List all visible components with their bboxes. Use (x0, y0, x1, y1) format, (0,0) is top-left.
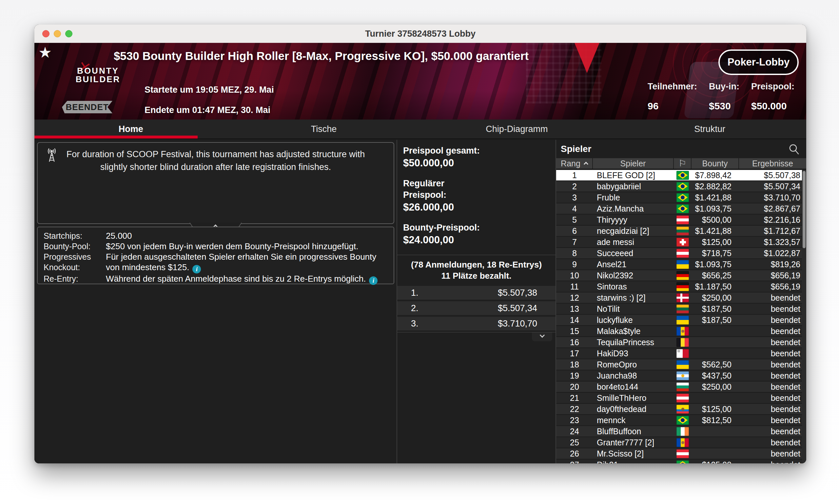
bounty-prizepool-label: Bounty-Preispool: (403, 222, 556, 234)
info-icon[interactable]: i (192, 265, 201, 273)
stat-value: $50.000 (751, 101, 794, 112)
player-row[interactable]: 24 BluffBuffoon beendet (556, 426, 806, 437)
player-row[interactable]: 16 TequilaPrincess beendet (556, 337, 806, 348)
player-row[interactable]: 23 mennck $812,50 beendet (556, 415, 806, 426)
player-result: $656,19 (739, 271, 806, 280)
player-result: $656,19 (739, 282, 806, 291)
tournament-title: $530 Bounty Builder High Roller [8-Max, … (110, 50, 532, 62)
player-row[interactable]: 11 Sintoras $1.187,50 $656,19 (556, 281, 806, 292)
player-result: beendet (739, 449, 806, 458)
country-flag-icon (677, 193, 689, 202)
player-flag-cell (674, 271, 692, 280)
payout-row: 1. $5.507,38 (397, 286, 556, 300)
players-scrollbar[interactable] (802, 170, 806, 463)
player-result: beendet (739, 326, 806, 336)
player-row[interactable]: 5 Thiryyyy $500,00 $2.216,16 (556, 215, 806, 226)
info-icon[interactable]: i (369, 276, 378, 285)
player-row[interactable]: 25 Granter7777 [2] beendet (556, 437, 806, 448)
player-row[interactable]: 12 starwins :) [2] $250,00 beendet (556, 292, 806, 304)
info-row: Progressives Knockout: Für jeden ausgesc… (43, 252, 388, 273)
tab[interactable]: Chip-Diagramm (420, 120, 613, 139)
country-flag-icon (677, 271, 689, 280)
player-name: BLEFE GOD [2] (593, 170, 674, 180)
player-flag-cell (674, 461, 692, 464)
player-flag-cell (674, 449, 692, 458)
country-flag-icon (677, 227, 689, 235)
info-label: Startchips: (43, 231, 106, 241)
player-row[interactable]: 15 Malaka$tyle beendet (556, 326, 806, 337)
player-row[interactable]: 19 Juancha98 $437,50 beendet (556, 371, 806, 381)
country-flag-icon (677, 382, 689, 391)
info-row: Re-Entry: Während der späten Anmeldephas… (43, 273, 388, 285)
player-row[interactable]: 14 luckyfluke $187,50 beendet (556, 315, 806, 326)
chevron-down-icon (539, 333, 545, 338)
player-bounty: $1.093,75 (692, 204, 739, 214)
player-result: beendet (739, 349, 806, 358)
player-rank: 26 (556, 449, 593, 458)
player-row[interactable]: 8 Succeeed $718,75 $1.022,87 (556, 248, 806, 259)
info-row: Bounty-Pool: $250 von jedem Buy-in werde… (43, 241, 388, 252)
player-name: BluffBuffoon (593, 427, 674, 436)
player-row[interactable]: 18 RomeOpro $562,50 beendet (556, 359, 806, 371)
entries-line: (78 Anmeldungen, 18 Re-Entrys) (397, 259, 556, 270)
info-label: Re-Entry: (43, 273, 106, 285)
tab[interactable]: Struktur (613, 120, 806, 139)
player-row[interactable]: 20 bor4eto144 $250,00 beendet (556, 381, 806, 393)
search-icon[interactable] (788, 143, 800, 157)
column-header-results[interactable]: Ergebnisse (739, 158, 806, 169)
expand-payouts-button[interactable] (532, 332, 552, 341)
player-row[interactable]: 13 NoTilit $187,50 beendet (556, 304, 806, 315)
player-rank: 10 (556, 271, 593, 280)
country-flag-icon (677, 405, 689, 414)
scrollbar-thumb[interactable] (803, 171, 806, 248)
country-flag-icon (677, 360, 689, 369)
country-flag-icon (677, 182, 689, 191)
column-header-player[interactable]: Spieler (593, 158, 674, 169)
player-rank: 21 (556, 393, 593, 403)
player-result: beendet (739, 304, 806, 314)
column-header-country[interactable]: ⚐ (674, 158, 692, 169)
tab[interactable]: Tische (227, 120, 420, 139)
player-flag-cell (674, 316, 692, 325)
player-row[interactable]: 3 Fruble $1.421,88 $3.710,70 (556, 192, 806, 203)
player-row[interactable]: 7 ade messi $125,00 $1.323,57 (556, 237, 806, 248)
player-row[interactable]: 17 HakiD93 beendet (556, 348, 806, 359)
player-result: $5.507,38 (739, 170, 806, 180)
player-row[interactable]: 9 Ansel21 $1.093,75 $819,26 (556, 259, 806, 270)
country-flag-icon (677, 438, 689, 447)
sort-ascending-icon (584, 162, 588, 166)
player-row[interactable]: 21 SmilleThHero beendet (556, 393, 806, 404)
player-bounty: $1.187,50 (692, 282, 739, 291)
column-header-bounty[interactable]: Bounty (692, 158, 739, 169)
column-header-rank[interactable]: Rang (556, 158, 593, 169)
logo-line2: BUILDER (69, 75, 127, 84)
stat-value: 96 (648, 101, 697, 112)
tournament-stat: Buy-in: $530 (709, 82, 739, 112)
player-row[interactable]: 26 Mr.Scisso [2] beendet (556, 448, 806, 460)
player-row[interactable]: 10 Nikol2392 $656,25 $656,19 (556, 270, 806, 281)
player-row[interactable]: 6 necgaidziai [2] $1.421,88 $1.712,67 (556, 226, 806, 237)
country-flag-icon (677, 249, 689, 258)
player-row[interactable]: 1 BLEFE GOD [2] $7.898,42 $5.507,38 (556, 170, 806, 181)
player-row[interactable]: 22 day0fthedead $125,00 beendet (556, 404, 806, 415)
payout-row: 2. $5.507,34 (397, 301, 556, 315)
info-label: Progressives Knockout: (43, 252, 106, 273)
player-row[interactable]: 2 babygabriiel $2.882,82 $5.507,34 (556, 181, 806, 192)
player-name: Ansel21 (593, 260, 674, 269)
players-header: Spieler (556, 140, 806, 158)
poker-lobby-button[interactable]: Poker-Lobby (718, 50, 799, 75)
banner-red-triangle-decoration (575, 43, 599, 73)
player-name: Nikol2392 (593, 271, 674, 280)
player-flag-cell (674, 438, 692, 447)
country-flag-icon (677, 260, 689, 269)
favorite-star-icon[interactable]: ★ (38, 43, 52, 61)
country-flag-icon (677, 316, 689, 325)
prizepool-panel: Preispool gesamt: $50.000,00 Regulärer P… (397, 140, 556, 463)
tab[interactable]: Home (34, 120, 227, 139)
bounty-builder-logo: ✕ BOUNTY BUILDER (69, 67, 127, 84)
tab-label: Tische (311, 124, 337, 134)
end-time-text: Endete um 01:47 MEZ, 30. Mai (144, 105, 270, 115)
player-row[interactable]: 4 Aziz.Mancha $1.093,75 $2.867,67 (556, 203, 806, 215)
tournament-info-box: Startchips: 25.000i Bounty-Pool: $250 vo… (37, 227, 394, 284)
player-row[interactable]: 27 Dib21 $125,00 beendet (556, 460, 806, 463)
